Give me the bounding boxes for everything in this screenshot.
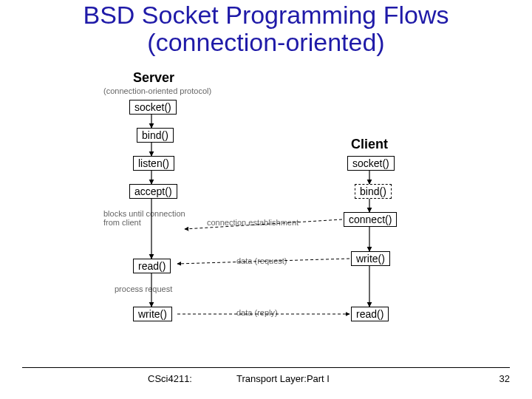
client-write-box: write()	[351, 251, 390, 266]
server-listen-box: listen()	[133, 156, 174, 171]
edge-reply-label: data (reply)	[236, 308, 278, 317]
server-write-box: write()	[133, 307, 172, 321]
server-header: Server	[133, 70, 174, 86]
footer-center: Transport Layer:Part I	[236, 373, 330, 384]
client-socket-box: socket()	[347, 156, 395, 171]
slide: BSD Socket Programming Flows (connection…	[0, 0, 532, 399]
footer-left: CSci4211:	[148, 373, 192, 384]
server-process-note: process request	[115, 284, 172, 293]
server-socket-box: socket()	[129, 100, 177, 115]
client-connect-box: connect()	[344, 212, 397, 227]
title-line-2: (connection-oriented)	[147, 28, 384, 56]
footer-divider	[22, 367, 510, 368]
server-bind-box: bind()	[137, 128, 174, 143]
edge-request-label: data (request)	[236, 256, 287, 265]
title-line-1: BSD Socket Programming Flows	[83, 1, 449, 29]
client-read-box: read()	[351, 307, 389, 321]
client-header: Client	[351, 137, 388, 152]
server-read-box: read()	[133, 259, 171, 273]
slide-title: BSD Socket Programming Flows (connection…	[0, 1, 532, 57]
server-block-note: blocks until connection from client	[103, 209, 185, 227]
footer-page: 32	[499, 373, 510, 384]
edge-establish-label: connection establishment	[207, 218, 299, 227]
server-subheader: (connection-oriented protocol)	[103, 86, 211, 95]
server-accept-box: accept()	[129, 184, 177, 199]
flow-diagram: Server (connection-oriented protocol) so…	[74, 70, 458, 358]
client-bind-box: bind()	[355, 184, 392, 199]
